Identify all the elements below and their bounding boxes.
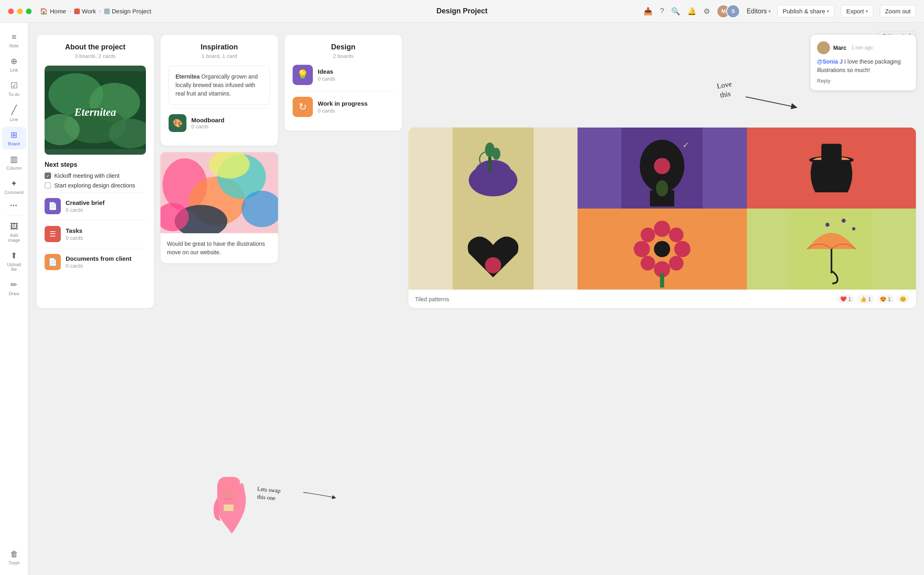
sidebar-item-todo[interactable]: ☑ To-do xyxy=(2,77,26,100)
documents-name: Documents from client xyxy=(66,255,146,262)
board-tasks[interactable]: ☰ Tasks 0 cards xyxy=(45,220,146,248)
publish-share-button[interactable]: Publish & share ▾ xyxy=(777,5,834,17)
titlebar-right: 📥 ? 🔍 🔔 ⚙ M S Editors ▾ Publish & share … xyxy=(644,4,916,18)
checklist-item-0: ✓ Kickoff meeting with client xyxy=(45,172,146,179)
breadcrumb-label-work: Work xyxy=(82,8,96,15)
sidebar-item-line[interactable]: ╱ Line xyxy=(2,102,26,125)
svg-point-55 xyxy=(223,491,226,495)
svg-text:Lets swap: Lets swap xyxy=(257,486,281,494)
wip-icon: ↻ xyxy=(293,97,313,117)
right-content: Marc 1 min ago @Sonia J I love these pac… xyxy=(409,35,916,308)
svg-point-45 xyxy=(641,256,655,270)
svg-point-43 xyxy=(641,228,655,242)
project-icon xyxy=(104,9,110,14)
comment-text: @Sonia J I love these packaging illustra… xyxy=(817,58,909,75)
svg-point-27 xyxy=(654,158,670,174)
comment-icon: ✦ xyxy=(11,179,17,188)
board-documents[interactable]: 📄 Documents from client 0 cards xyxy=(45,248,146,276)
svg-point-52 xyxy=(841,219,845,223)
cards-row: About the project 3 boards, 2 cards Eter… xyxy=(36,35,916,308)
board-creative-brief[interactable]: 📄 Creative brief 0 cards xyxy=(45,192,146,220)
sidebar-item-more[interactable]: ••• xyxy=(2,200,26,212)
sidebar-item-draw[interactable]: ✏ Draw xyxy=(2,277,26,299)
sidebar-label-note: Note xyxy=(9,43,19,48)
svg-text:this one: this one xyxy=(257,493,276,501)
svg-point-51 xyxy=(825,223,829,227)
about-project-card: About the project 3 boards, 2 cards Eter… xyxy=(36,35,154,308)
inspiration-brand: Eternitea xyxy=(175,73,200,80)
inbox-icon[interactable]: 📥 xyxy=(644,7,652,16)
sidebar-item-column[interactable]: ▥ Column xyxy=(2,151,26,174)
sidebar-label-comment: Comment xyxy=(4,190,24,195)
search-icon[interactable]: 🔍 xyxy=(671,7,680,16)
wip-cards: 0 cards xyxy=(318,108,368,114)
sidebar-item-comment[interactable]: ✦ Comment xyxy=(2,175,26,198)
checkbox-1[interactable] xyxy=(45,182,51,189)
reaction-love[interactable]: 😍 1 xyxy=(877,295,894,303)
design-card: Design 2 boards 💡 Ideas 0 cards ↻ xyxy=(284,35,402,131)
work-icon xyxy=(74,9,80,14)
comment-author: Marc xyxy=(833,45,847,51)
inspiration-image-card: Would be great to have the illustrations… xyxy=(160,152,278,263)
comment-mention[interactable]: @Sonia J xyxy=(817,58,843,65)
documents-icon: 📄 xyxy=(45,254,61,270)
addimage-icon: 🖼 xyxy=(10,222,18,231)
design-wip-item[interactable]: ↻ Work in progress 0 cards xyxy=(293,91,394,123)
content-area: 0 Unsorted About the project 3 boards, 2… xyxy=(28,23,924,575)
todo-icon: ☑ xyxy=(11,81,18,90)
lets-swap-annotation: Lets swap this one xyxy=(255,480,344,505)
about-card-title: About the project xyxy=(45,43,146,51)
moodboard-item[interactable]: 🎨 Moodboard 0 cards xyxy=(169,108,270,138)
sidebar-item-link[interactable]: ⊕ Link xyxy=(2,53,26,76)
editors-button[interactable]: Editors ▾ xyxy=(746,8,771,15)
board-icon: ⊞ xyxy=(11,130,17,140)
ideas-name: Ideas xyxy=(318,68,335,75)
help-icon[interactable]: ? xyxy=(660,7,664,15)
sidebar: ≡ Note ⊕ Link ☑ To-do ╱ Line ⊞ Board ▥ C… xyxy=(0,23,28,575)
sidebar-item-trash[interactable]: 🗑 Trash xyxy=(2,546,26,569)
settings-icon[interactable]: ⚙ xyxy=(704,7,710,16)
sidebar-item-note[interactable]: ≡ Note xyxy=(2,29,26,51)
maximize-button[interactable] xyxy=(26,9,32,14)
breadcrumb-item-home[interactable]: 🏠 Home xyxy=(40,7,66,15)
minimize-button[interactable] xyxy=(17,9,23,14)
close-button[interactable] xyxy=(8,9,14,14)
breadcrumb-item-project[interactable]: Design Project xyxy=(104,8,152,15)
sidebar-item-addimage[interactable]: 🖼 Add image xyxy=(2,219,26,246)
person-svg xyxy=(203,468,267,541)
bell-icon[interactable]: 🔔 xyxy=(687,7,696,16)
tasks-info: Tasks 0 cards xyxy=(66,227,146,241)
inspiration-text-card: Eternitea Organically grown and locally … xyxy=(169,66,270,105)
breadcrumb-item-work[interactable]: Work xyxy=(74,8,96,15)
design-ideas-item[interactable]: 💡 Ideas 0 cards xyxy=(293,59,394,91)
documents-cards: 0 cards xyxy=(66,263,146,269)
moodboard-cards: 0 cards xyxy=(191,124,225,130)
ideas-cards: 0 cards xyxy=(318,76,335,82)
person-illustration-area: Lets swap this one xyxy=(203,468,267,543)
sidebar-item-board[interactable]: ⊞ Board xyxy=(2,127,26,149)
breadcrumb-label-home: Home xyxy=(50,8,66,15)
zoom-label: Zoom out xyxy=(885,8,911,15)
editors-chevron: ▾ xyxy=(768,9,771,14)
trash-icon: 🗑 xyxy=(10,549,18,559)
export-button[interactable]: Export ▾ xyxy=(841,5,873,17)
reaction-smile[interactable]: 😊 xyxy=(896,295,909,303)
svg-point-46 xyxy=(669,256,684,270)
design-card-title: Design xyxy=(293,43,394,51)
tiled-patterns-card: ✓ xyxy=(409,128,916,308)
sidebar-divider xyxy=(6,215,22,215)
zoom-out-button[interactable]: Zoom out xyxy=(880,5,916,17)
ideas-icon: 💡 xyxy=(293,65,313,85)
breadcrumb: 🏠 Home › Work › Design Project xyxy=(40,7,151,15)
svg-text:✓: ✓ xyxy=(682,141,689,149)
tile-head: ✓ xyxy=(578,128,746,209)
checkbox-0[interactable]: ✓ xyxy=(45,172,51,179)
page-title: Design Project xyxy=(436,7,488,15)
reaction-heart[interactable]: ❤️ 1 xyxy=(837,295,854,303)
ideas-info: Ideas 0 cards xyxy=(318,68,335,82)
reaction-thumbs[interactable]: 👍 1 xyxy=(857,295,874,303)
sidebar-item-upload[interactable]: ⬆ Upload file xyxy=(2,247,26,275)
sidebar-label-upload: Upload file xyxy=(5,262,23,272)
svg-rect-57 xyxy=(224,505,233,511)
reactions: ❤️ 1 👍 1 😍 1 😊 xyxy=(837,295,909,303)
